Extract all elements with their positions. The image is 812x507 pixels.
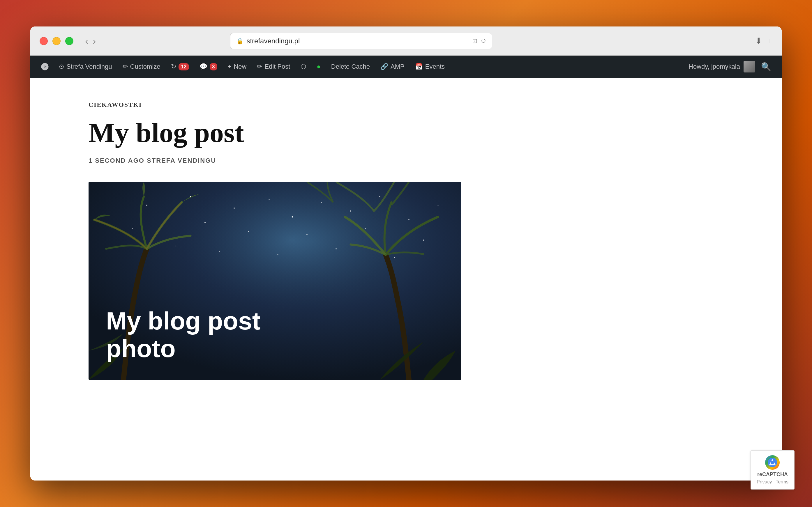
amp-button[interactable]: 🔗 AMP [375, 56, 410, 78]
new-plus-icon: + [228, 63, 232, 70]
svg-point-26 [771, 461, 774, 464]
svg-point-14 [132, 228, 133, 229]
post-image-text: My blog post photo [106, 307, 260, 362]
customize-button[interactable]: ✏ Customize [117, 56, 166, 78]
svg-point-9 [321, 202, 322, 203]
forward-button[interactable]: › [93, 36, 96, 46]
svg-point-24 [394, 257, 395, 258]
reader-icon[interactable]: ⊡ [472, 37, 477, 45]
edit-icon: ✏ [257, 63, 262, 70]
svg-point-19 [423, 239, 424, 241]
post-author: STREFA VENDINGU [147, 157, 216, 164]
updates-button[interactable]: ↻ 12 [166, 56, 194, 78]
dot-icon: ● [317, 63, 320, 70]
svg-point-11 [379, 196, 380, 197]
post-meta: 1 SECOND AGO STREFA VENDINGU [89, 157, 723, 164]
svg-point-22 [277, 254, 278, 255]
traffic-lights [40, 37, 73, 45]
new-tab-icon[interactable]: + [768, 36, 772, 46]
delete-cache-label: Delete Cache [331, 63, 370, 70]
plugin-icon: ⬡ [301, 63, 306, 70]
svg-point-6 [234, 208, 235, 209]
post-title: My blog post [89, 117, 723, 148]
dot-indicator: ● [311, 56, 325, 78]
title-bar: ‹ › 🔒 strefavendingu.pl ⊡ ↺ ⬇ + [30, 26, 782, 56]
recaptcha-badge: reCAPTCHA Privacy · Terms [751, 450, 795, 490]
events-label: Events [425, 63, 445, 70]
svg-point-10 [350, 211, 351, 212]
image-text-line1: My blog post [106, 307, 260, 335]
site-name-label: Strefa Vendingu [66, 63, 112, 70]
title-bar-right: ⬇ + [755, 36, 772, 46]
svg-point-4 [146, 205, 147, 206]
admin-search-icon[interactable]: 🔍 [756, 62, 776, 72]
close-button[interactable] [40, 37, 48, 45]
new-content-button[interactable]: + New [222, 56, 252, 78]
nav-buttons: ‹ › [85, 36, 96, 46]
comments-icon: 💬 [200, 63, 207, 70]
plugin-icon-button[interactable]: ⬡ [295, 56, 311, 78]
calendar-icon: 📅 [415, 63, 423, 70]
svg-point-12 [408, 219, 409, 220]
recaptcha-logo [765, 455, 780, 470]
svg-point-23 [336, 248, 337, 249]
svg-text:W: W [43, 64, 47, 69]
new-label: New [234, 63, 246, 70]
back-button[interactable]: ‹ [85, 36, 88, 46]
delete-cache-button[interactable]: Delete Cache [326, 56, 375, 78]
fullscreen-button[interactable] [65, 37, 73, 45]
post-category: CIEKAWOSTKI [89, 101, 723, 109]
amp-label: AMP [391, 63, 405, 70]
reload-icon[interactable]: ↺ [481, 37, 486, 45]
link-icon: 🔗 [380, 63, 388, 70]
updates-badge: 12 [179, 63, 189, 70]
events-button[interactable]: 📅 Events [410, 56, 450, 78]
image-text-line2: photo [106, 335, 260, 362]
post-time: 1 SECOND AGO [89, 157, 145, 164]
site-name-button[interactable]: ⊙ Strefa Vendingu [54, 56, 117, 78]
updates-icon: ↻ [171, 63, 176, 70]
wp-admin-bar: W ⊙ Strefa Vendingu ✏ Customize ↻ 12 💬 3… [30, 56, 782, 78]
customize-label: Customize [130, 63, 160, 70]
download-icon[interactable]: ⬇ [755, 36, 762, 46]
svg-point-17 [306, 234, 308, 235]
comments-badge: 3 [210, 63, 217, 70]
lock-icon: 🔒 [236, 38, 244, 45]
user-avatar[interactable] [744, 61, 755, 72]
svg-point-8 [292, 216, 293, 217]
edit-post-button[interactable]: ✏ Edit Post [252, 56, 295, 78]
admin-bar-right: Howdy, jpomykala 🔍 [689, 61, 776, 72]
svg-point-18 [365, 228, 366, 229]
post-featured-image: My blog post photo [89, 182, 461, 380]
svg-point-13 [438, 205, 439, 206]
svg-point-20 [175, 245, 176, 246]
site-icon: ⊙ [59, 63, 64, 70]
svg-point-21 [219, 251, 220, 252]
address-bar-icons: ⊡ ↺ [472, 37, 486, 45]
svg-point-16 [248, 231, 249, 232]
url-text: strefavendingu.pl [246, 37, 469, 45]
recaptcha-links: Privacy · Terms [757, 480, 789, 485]
howdy-text: Howdy, jpomykala [689, 63, 740, 70]
edit-post-label: Edit Post [264, 63, 290, 70]
recaptcha-brand: reCAPTCHA [757, 471, 788, 477]
wordpress-logo-button[interactable]: W [36, 56, 54, 78]
comments-button[interactable]: 💬 3 [194, 56, 222, 78]
minimize-button[interactable] [52, 37, 61, 45]
mac-window: ‹ › 🔒 strefavendingu.pl ⊡ ↺ ⬇ + W ⊙ [30, 26, 782, 481]
customize-icon: ✏ [122, 63, 128, 70]
svg-point-15 [204, 222, 206, 223]
page-content: CIEKAWOSTKI My blog post 1 SECOND AGO ST… [30, 78, 782, 481]
svg-point-7 [269, 199, 270, 200]
address-bar[interactable]: 🔒 strefavendingu.pl ⊡ ↺ [230, 33, 492, 49]
